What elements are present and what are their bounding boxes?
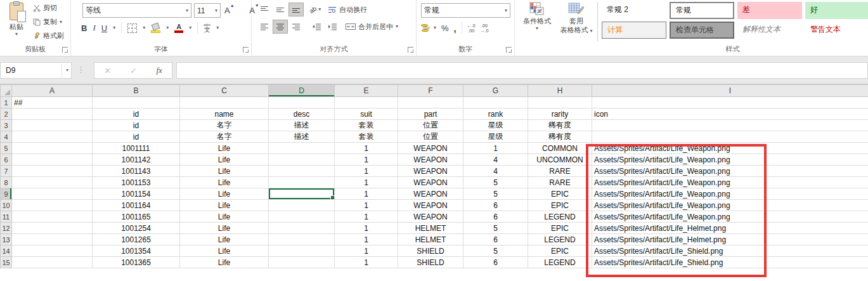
cell-B11[interactable]: 1001165: [93, 211, 180, 223]
cell-F10[interactable]: WEAPON: [398, 200, 463, 211]
cell-F2[interactable]: part: [398, 108, 463, 120]
cell-A10[interactable]: [12, 200, 93, 211]
fill-color-caret-icon[interactable]: ▾: [166, 25, 169, 30]
row-header-13[interactable]: 13: [1, 234, 12, 245]
column-header-F[interactable]: F: [398, 85, 463, 97]
cancel-button[interactable]: ✕: [104, 66, 111, 75]
cell-E8[interactable]: 1: [335, 177, 398, 188]
grow-font-button[interactable]: A▲: [224, 6, 230, 15]
cell-C7[interactable]: Life: [180, 166, 269, 177]
cell-E14[interactable]: 1: [335, 245, 398, 257]
column-header-G[interactable]: G: [463, 85, 528, 97]
cell-style-explanatory-text[interactable]: 解释性文本: [737, 22, 802, 39]
cell-B9[interactable]: 1001154: [93, 188, 180, 200]
borders-button[interactable]: [127, 23, 137, 33]
row-header-6[interactable]: 6: [1, 154, 12, 166]
column-header-E[interactable]: E: [335, 85, 398, 97]
cell-C5[interactable]: Life: [180, 143, 269, 154]
cell-B10[interactable]: 1001164: [93, 200, 180, 211]
cell-B5[interactable]: 1001111: [93, 143, 180, 154]
percent-style-button[interactable]: %: [441, 23, 449, 33]
cell-F12[interactable]: HELMET: [398, 223, 463, 234]
column-header-B[interactable]: B: [93, 85, 180, 97]
clipboard-dialog-launcher[interactable]: [62, 47, 68, 53]
cell-D5[interactable]: [269, 143, 335, 154]
cell-I13[interactable]: Assets/Sprites/Artifact/Life_Helmet.png: [592, 234, 868, 245]
cell-F8[interactable]: WEAPON: [398, 177, 463, 188]
align-top-button[interactable]: [257, 3, 272, 16]
cell-I7[interactable]: Assets/Sprites/Artifact/Life_Weapon.png: [592, 166, 868, 177]
cell-C8[interactable]: Life: [180, 177, 269, 188]
select-all-button[interactable]: [1, 85, 12, 97]
cell-F5[interactable]: WEAPON: [398, 143, 463, 154]
cell-A7[interactable]: [12, 166, 93, 177]
cell-F13[interactable]: HELMET: [398, 234, 463, 245]
cell-D7[interactable]: [269, 166, 335, 177]
format-as-table-button[interactable]: 套用 表格格式 ▾: [557, 2, 596, 35]
cell-F6[interactable]: WEAPON: [398, 154, 463, 166]
row-header-4[interactable]: 4: [1, 131, 12, 143]
paste-button[interactable]: 粘贴 ▾: [3, 3, 30, 41]
cell-F7[interactable]: WEAPON: [398, 166, 463, 177]
cell-A9[interactable]: [12, 188, 93, 200]
cell-C9[interactable]: Life: [180, 188, 269, 200]
cell-D14[interactable]: [269, 245, 335, 257]
cell-B6[interactable]: 1001142: [93, 154, 180, 166]
row-header-12[interactable]: 12: [1, 223, 12, 234]
cell-E5[interactable]: 1: [335, 143, 398, 154]
cell-G9[interactable]: 5: [463, 188, 528, 200]
orientation-button[interactable]: ab ▾: [309, 6, 321, 13]
merge-center-button[interactable]: 合并后居中 ▾: [346, 22, 398, 32]
cell-H8[interactable]: RARE: [528, 177, 592, 188]
cell-C6[interactable]: Life: [180, 154, 269, 166]
cell-F3[interactable]: 位置: [398, 120, 463, 131]
cell-A6[interactable]: [12, 154, 93, 166]
cell-B3[interactable]: id: [93, 120, 180, 131]
cell-E11[interactable]: 1: [335, 211, 398, 223]
cut-button[interactable]: 剪切: [33, 3, 64, 13]
cell-C2[interactable]: name: [180, 108, 269, 120]
cell-I4[interactable]: [592, 131, 868, 143]
cell-style-bad[interactable]: 差: [737, 2, 802, 19]
cell-I1[interactable]: [592, 97, 868, 108]
cell-C11[interactable]: Life: [180, 211, 269, 223]
formula-bar-resize-handle[interactable]: ⋮: [77, 65, 85, 74]
cell-B1[interactable]: [93, 97, 180, 108]
cell-F4[interactable]: 位置: [398, 131, 463, 143]
cell-H9[interactable]: EPIC: [528, 188, 592, 200]
cell-D1[interactable]: [269, 97, 335, 108]
align-left-button[interactable]: [257, 20, 272, 34]
decrease-decimal-button[interactable]: .00→.0: [481, 23, 489, 33]
italic-button[interactable]: I: [93, 23, 95, 33]
font-size-combo[interactable]: 11 ▾: [194, 3, 221, 18]
cell-D9[interactable]: [269, 188, 335, 200]
column-header-I[interactable]: I: [592, 85, 868, 97]
cell-B2[interactable]: id: [93, 108, 180, 120]
row-header-9[interactable]: 9: [1, 188, 12, 200]
cell-B15[interactable]: 1001365: [93, 257, 180, 268]
cell-D13[interactable]: [269, 234, 335, 245]
cell-G15[interactable]: 6: [463, 257, 528, 268]
cell-I5[interactable]: Assets/Sprites/Artifact/Life_Weapon.png: [592, 143, 868, 154]
cell-F9[interactable]: WEAPON: [398, 188, 463, 200]
number-format-caret-icon[interactable]: ▾: [505, 8, 507, 13]
align-right-button[interactable]: [288, 20, 304, 34]
font-name-combo[interactable]: 等线 ▾: [82, 3, 191, 18]
cell-I10[interactable]: Assets/Sprites/Artifact/Life_Weapon.png: [592, 200, 868, 211]
column-header-D[interactable]: D: [269, 85, 335, 97]
cell-G7[interactable]: 4: [463, 166, 528, 177]
fill-color-button[interactable]: [151, 23, 160, 33]
copy-button[interactable]: 复制 ▾: [33, 17, 64, 27]
cell-I2[interactable]: icon: [592, 108, 868, 120]
cell-G4[interactable]: 星级: [463, 131, 528, 143]
cell-B12[interactable]: 1001254: [93, 223, 180, 234]
cell-H1[interactable]: [528, 97, 592, 108]
cell-A14[interactable]: [12, 245, 93, 257]
increase-indent-button[interactable]: [325, 20, 340, 34]
cell-G5[interactable]: 1: [463, 143, 528, 154]
align-bottom-button[interactable]: [288, 3, 304, 16]
copy-caret-icon[interactable]: ▾: [60, 20, 62, 25]
cell-E4[interactable]: 套装: [335, 131, 398, 143]
row-header-7[interactable]: 7: [1, 166, 12, 177]
cell-A13[interactable]: [12, 234, 93, 245]
